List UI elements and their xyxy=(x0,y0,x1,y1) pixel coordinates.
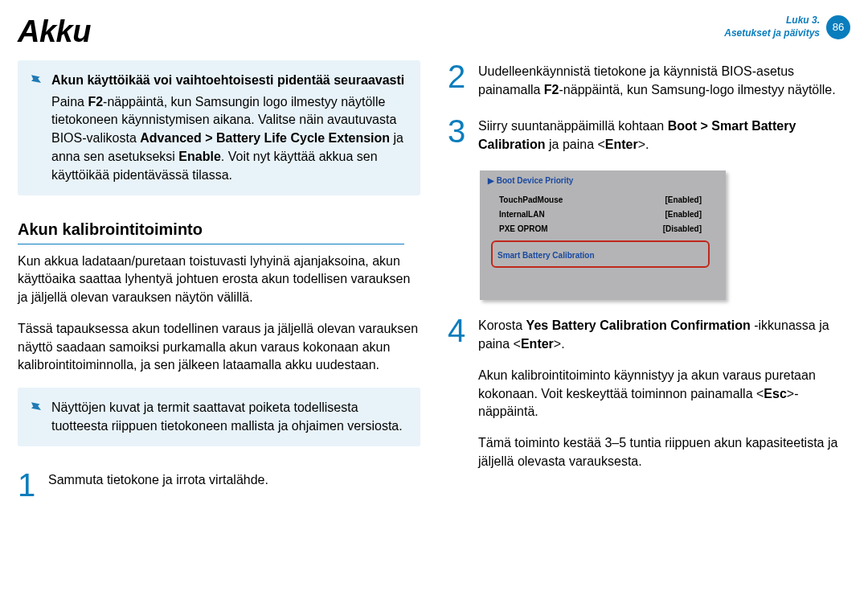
step-number: 1 xyxy=(18,469,40,501)
bios-row: PXE OPROM [Disabled] xyxy=(494,222,706,236)
step-4-text: Korosta Yes Battery Calibration Confirma… xyxy=(478,314,850,483)
step-number: 2 xyxy=(448,60,470,92)
bios-item-value: [Disabled] xyxy=(663,224,702,235)
header-meta: Luku 3. Asetukset ja päivitys 86 xyxy=(724,14,850,39)
header-chapter: Luku 3. Asetukset ja päivitys xyxy=(724,14,820,39)
bios-screenshot: ▶ Boot Device Priority TouchPadMouse [En… xyxy=(480,170,726,300)
step-1-text: Sammuta tietokone ja irrota virtalähde. xyxy=(48,469,420,490)
tip-box-extend-life: Akun käyttöikää voi vaihtoehtoisesti pid… xyxy=(18,60,420,195)
section-label: Asetukset ja päivitys xyxy=(724,27,820,40)
step-4: 4 Korosta Yes Battery Calibration Confir… xyxy=(448,314,850,483)
content-columns: Akun käyttöikää voi vaihtoehtoisesti pid… xyxy=(0,49,868,535)
tip-box-screenshots: Näyttöjen kuvat ja termit saattavat poik… xyxy=(18,388,420,446)
bios-item-value: [Enabled] xyxy=(665,209,702,220)
tip-title: Akun käyttöikää voi vaihtoehtoisesti pid… xyxy=(51,72,406,90)
bios-item-name: InternalLAN xyxy=(499,209,545,220)
tip-content: Akun käyttöikää voi vaihtoehtoisesti pid… xyxy=(51,72,406,184)
bios-row: TouchPadMouse [Enabled] xyxy=(494,193,706,207)
left-column: Akun käyttöikää voi vaihtoehtoisesti pid… xyxy=(18,60,420,517)
step-4-duration: Tämä toiminto kestää 3–5 tuntia riippuen… xyxy=(478,434,850,470)
note-icon xyxy=(29,400,43,415)
step-number: 4 xyxy=(448,314,470,347)
step-3: 3 Siirry suuntanäppäimillä kohtaan Boot … xyxy=(448,115,850,154)
paragraph-1: Kun akkua ladataan/puretaan toistuvasti … xyxy=(18,253,420,307)
tip-body: Paina F2-näppäintä, kun Samsungin logo i… xyxy=(51,93,406,185)
page-number-badge: 86 xyxy=(826,15,850,39)
bios-heading: ▶ Boot Device Priority xyxy=(488,175,713,187)
bios-item-name: PXE OPROM xyxy=(499,224,548,235)
step-2-text: Uudelleenkäynnistä tietokone ja käynnist… xyxy=(478,60,850,99)
step-2: 2 Uudelleenkäynnistä tietokone ja käynni… xyxy=(448,60,850,99)
section-heading-calibration: Akun kalibrointitoiminto xyxy=(18,218,404,244)
step-number: 3 xyxy=(448,115,470,147)
bios-highlight-label: Smart Battery Calibration xyxy=(497,251,595,260)
bios-panel: ▶ Boot Device Priority TouchPadMouse [En… xyxy=(480,170,721,295)
bios-item-name: TouchPadMouse xyxy=(499,195,563,206)
bios-row: InternalLAN [Enabled] xyxy=(494,207,706,222)
bios-item-value: [Enabled] xyxy=(665,195,702,206)
tip-body-2: Näyttöjen kuvat ja termit saattavat poik… xyxy=(51,399,406,435)
paragraph-2: Tässä tapauksessa akun todellinen varaus… xyxy=(18,320,420,375)
note-icon xyxy=(29,73,43,88)
chapter-label: Luku 3. xyxy=(724,14,820,27)
step-1: 1 Sammuta tietokone ja irrota virtalähde… xyxy=(18,469,420,501)
step-3-text: Siirry suuntanäppäimillä kohtaan Boot > … xyxy=(478,115,850,154)
bios-highlighted-row: Smart Battery Calibration xyxy=(491,240,710,269)
page-header: Akku Luku 3. Asetukset ja päivitys 86 xyxy=(0,0,868,49)
right-column: 2 Uudelleenkäynnistä tietokone ja käynni… xyxy=(448,60,850,517)
page-title: Akku xyxy=(18,14,91,49)
